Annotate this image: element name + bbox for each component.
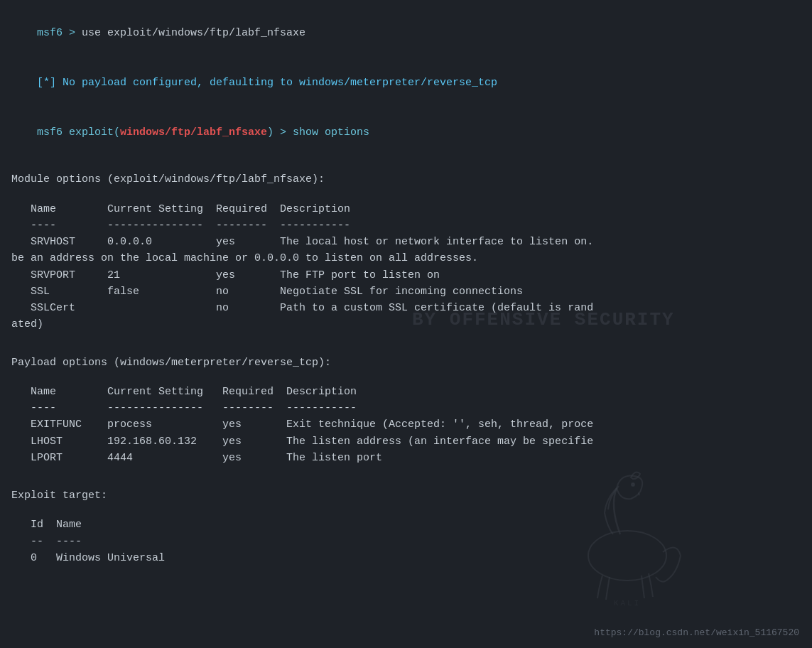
exploit-path: windows/ftp/labf_nfsaxe [120,126,267,139]
prompt-2: msf6 exploit( [37,126,120,139]
svg-text:KALI: KALI [614,599,641,605]
prompt-1: msf6 > [37,27,82,39]
prompt-2b: ) > show options [267,126,369,139]
terminal-output: msf6 > use exploit/windows/ftp/labf_nfsa… [11,9,801,566]
payload-title: Payload options (windows/meterpreter/rev… [11,355,801,371]
module-row-srvhost: SRVHOST 0.0.0.0 yes The local host or ne… [11,234,801,250]
payload-underlines: ---- --------------- -------- ----------… [11,400,801,416]
module-row-ssl: SSL false no Negotiate SSL for incoming … [11,284,801,300]
url-reference: https://blog.csdn.net/weixin_51167520 [594,627,799,638]
line-1: msf6 > use exploit/windows/ftp/labf_nfsa… [11,9,801,58]
payload-headers: Name Current Setting Required Descriptio… [11,384,801,400]
exploit-target-row-0: 0 Windows Universal [11,550,801,566]
module-headers: Name Current Setting Required Descriptio… [11,201,801,217]
module-underlines: ---- --------------- -------- ----------… [11,217,801,234]
line-2: [*] No payload configured, defaulting to… [11,58,801,108]
module-row-srvport: SRVPORT 21 yes The FTP port to listen on [11,267,801,284]
module-row-sslcert: SSLCert no Path to a custom SSL certific… [11,300,801,316]
info-line: [*] No payload configured, defaulting to… [37,77,497,89]
cmd-1: use exploit/windows/ftp/labf_nfsaxe [82,27,305,39]
payload-row-lport: LPORT 4444 yes The listen port [11,450,801,466]
exploit-target-underlines: -- ---- [11,534,801,550]
payload-row-exitfunc: EXITFUNC process yes Exit technique (Acc… [11,416,801,433]
module-row-sslcert-cont: ated) [11,316,801,333]
exploit-target-headers: Id Name [11,517,801,533]
module-title: Module options (exploit/windows/ftp/labf… [11,171,801,188]
line-3: msf6 exploit(windows/ftp/labf_nfsaxe) > … [11,108,801,158]
exploit-target-title: Exploit target: [11,487,801,504]
module-row-srvhost-cont: be an address on the local machine or 0.… [11,250,801,266]
payload-row-lhost: LHOST 192.168.60.132 yes The listen addr… [11,433,801,450]
